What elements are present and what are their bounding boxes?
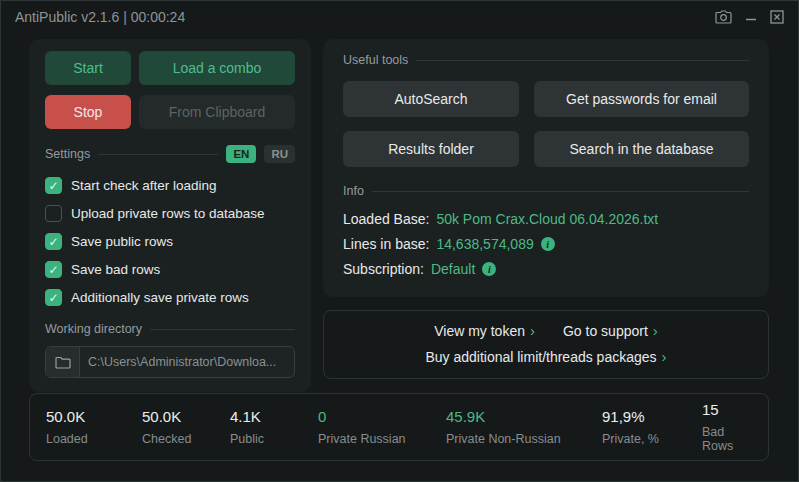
chevron-right-icon: › bbox=[662, 348, 667, 365]
view-my-token-link[interactable]: View my token › bbox=[434, 322, 535, 339]
buy-additional-packages-link[interactable]: Buy additional limit/threads packages › bbox=[425, 348, 666, 365]
info-circle-icon[interactable]: i bbox=[482, 262, 496, 276]
stat-checked: 50.0K Checked bbox=[142, 408, 230, 446]
go-to-support-link[interactable]: Go to support › bbox=[563, 322, 658, 339]
divider bbox=[150, 329, 295, 330]
start-button[interactable]: Start bbox=[45, 51, 131, 85]
stat-value: 4.1K bbox=[230, 408, 318, 425]
divider bbox=[416, 60, 749, 61]
load-combo-button[interactable]: Load a combo bbox=[139, 51, 295, 85]
working-directory-label: Working directory bbox=[45, 322, 142, 336]
checkbox-save-public-rows[interactable]: ✓ Save public rows bbox=[45, 233, 295, 250]
useful-tools-header: Useful tools bbox=[343, 53, 749, 67]
working-directory-header: Working directory bbox=[45, 322, 295, 336]
stat-public: 4.1K Public bbox=[230, 408, 318, 446]
stat-private-non-russian: 45.9K Private Non-Russian bbox=[446, 408, 602, 446]
folder-icon bbox=[55, 356, 71, 369]
settings-section-header: Settings EN RU bbox=[45, 145, 295, 163]
loaded-base-row: Loaded Base: 50k Pom Crax.Cloud 06.04.20… bbox=[343, 211, 749, 227]
settings-checkbox-list: ✓ Start check after loading ✓ Upload pri… bbox=[45, 177, 295, 306]
lines-in-base-label: Lines in base: bbox=[343, 236, 429, 252]
working-directory-field bbox=[45, 346, 295, 378]
loaded-base-label: Loaded Base: bbox=[343, 211, 429, 227]
checkbox-additionally-save-private-rows[interactable]: ✓ Additionally save private rows bbox=[45, 289, 295, 306]
checkbox-label: Upload private rows to database bbox=[71, 206, 265, 221]
stat-value: 45.9K bbox=[446, 408, 602, 425]
stat-label: Checked bbox=[142, 432, 230, 446]
check-icon: ✓ bbox=[48, 292, 58, 304]
info-header: Info bbox=[343, 184, 749, 198]
check-icon: ✓ bbox=[48, 264, 58, 276]
checkbox-label: Save bad rows bbox=[71, 262, 160, 277]
checkbox-start-check-after-loading[interactable]: ✓ Start check after loading bbox=[45, 177, 295, 194]
info-section: Info Loaded Base: 50k Pom Crax.Cloud 06.… bbox=[343, 184, 749, 277]
stat-private-russian: 0 Private Russian bbox=[318, 408, 446, 446]
checkbox[interactable]: ✓ bbox=[45, 261, 62, 278]
stat-value: 50.0K bbox=[142, 408, 230, 425]
stat-value: 15 bbox=[702, 401, 752, 418]
stat-label: Public bbox=[230, 432, 318, 446]
checkbox-label: Save public rows bbox=[71, 234, 173, 249]
subscription-row: Subscription: Default i bbox=[343, 261, 749, 277]
minimize-icon[interactable] bbox=[745, 11, 757, 23]
stat-label: Private Russian bbox=[318, 432, 446, 446]
screenshot-camera-icon[interactable] bbox=[715, 10, 732, 24]
links-box: View my token › Go to support › Buy addi… bbox=[323, 310, 769, 379]
subscription-value: Default bbox=[431, 261, 475, 277]
check-icon: ✓ bbox=[48, 180, 58, 192]
control-panel: Start Load a combo Stop From Clipboard S… bbox=[29, 39, 311, 392]
stat-value: 0 bbox=[318, 408, 446, 425]
settings-label: Settings bbox=[45, 147, 90, 161]
stats-bar: 50.0K Loaded 50.0K Checked 4.1K Public 0… bbox=[29, 393, 769, 461]
checkbox[interactable]: ✓ bbox=[45, 177, 62, 194]
subscription-label: Subscription: bbox=[343, 261, 424, 277]
get-passwords-for-email-button[interactable]: Get passwords for email bbox=[534, 81, 749, 117]
title-bar: AntiPublic v2.1.6 | 00:00:24 bbox=[1, 1, 798, 33]
close-icon[interactable] bbox=[770, 10, 784, 24]
lines-in-base-row: Lines in base: 14,638,574,089 i bbox=[343, 236, 749, 252]
working-directory-input[interactable] bbox=[80, 355, 294, 369]
stat-label: Private, % bbox=[602, 432, 702, 446]
chevron-right-icon: › bbox=[653, 322, 658, 339]
link-label: View my token bbox=[434, 323, 525, 339]
results-folder-button[interactable]: Results folder bbox=[343, 131, 519, 167]
loaded-base-value: 50k Pom Crax.Cloud 06.04.2026.txt bbox=[436, 211, 658, 227]
tools-info-panel: Useful tools AutoSearch Get passwords fo… bbox=[323, 39, 769, 297]
checkbox[interactable]: ✓ bbox=[45, 289, 62, 306]
useful-tools-label: Useful tools bbox=[343, 53, 408, 67]
stat-value: 50.0K bbox=[46, 408, 142, 425]
language-toggle-en[interactable]: EN bbox=[226, 145, 256, 163]
checkbox-save-bad-rows[interactable]: ✓ Save bad rows bbox=[45, 261, 295, 278]
autosearch-button[interactable]: AutoSearch bbox=[343, 81, 519, 117]
checkbox-label: Additionally save private rows bbox=[71, 290, 249, 305]
check-icon: ✓ bbox=[48, 236, 58, 248]
info-label: Info bbox=[343, 184, 364, 198]
checkbox[interactable]: ✓ bbox=[45, 205, 62, 222]
chevron-right-icon: › bbox=[530, 322, 535, 339]
link-label: Go to support bbox=[563, 323, 648, 339]
checkbox[interactable]: ✓ bbox=[45, 233, 62, 250]
link-label: Buy additional limit/threads packages bbox=[425, 349, 656, 365]
stat-bad-rows: 15 Bad Rows bbox=[702, 401, 752, 453]
divider bbox=[98, 154, 218, 155]
info-circle-icon[interactable]: i bbox=[541, 237, 555, 251]
folder-browse-button[interactable] bbox=[46, 347, 80, 377]
stop-button[interactable]: Stop bbox=[45, 95, 131, 129]
checkbox-upload-private-rows[interactable]: ✓ Upload private rows to database bbox=[45, 205, 295, 222]
useful-tools-grid: AutoSearch Get passwords for email Resul… bbox=[343, 81, 749, 167]
divider bbox=[372, 191, 749, 192]
stat-label: Bad Rows bbox=[702, 425, 752, 453]
stat-value: 91,9% bbox=[602, 408, 702, 425]
window-title: AntiPublic v2.1.6 | 00:00:24 bbox=[15, 9, 185, 25]
checkbox-label: Start check after loading bbox=[71, 178, 217, 193]
search-in-database-button[interactable]: Search in the database bbox=[534, 131, 749, 167]
language-toggle-ru[interactable]: RU bbox=[264, 145, 295, 163]
from-clipboard-button[interactable]: From Clipboard bbox=[139, 95, 295, 129]
stat-label: Loaded bbox=[46, 432, 142, 446]
lines-in-base-value: 14,638,574,089 bbox=[436, 236, 533, 252]
stat-private-percent: 91,9% Private, % bbox=[602, 408, 702, 446]
app-window: AntiPublic v2.1.6 | 00:00:24 Start Load … bbox=[0, 0, 799, 482]
working-directory-section: Working directory bbox=[45, 322, 295, 378]
stat-label: Private Non-Russian bbox=[446, 432, 602, 446]
stat-loaded: 50.0K Loaded bbox=[46, 408, 142, 446]
